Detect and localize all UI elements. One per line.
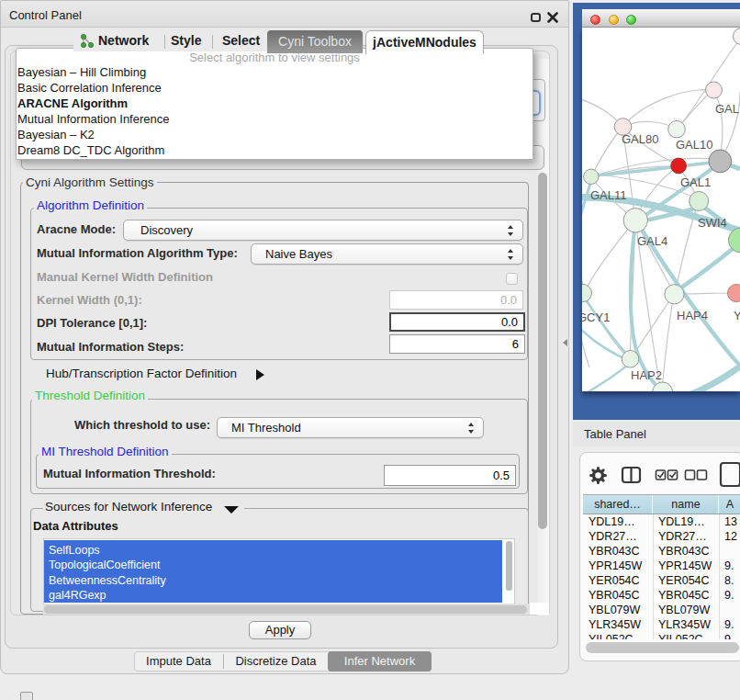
svg-text:YI: YI	[734, 309, 740, 322]
svg-text:HAP2: HAP2	[631, 368, 662, 382]
svg-text:HAP4: HAP4	[677, 309, 708, 322]
svg-text:GAL1: GAL1	[680, 175, 711, 189]
svg-text:GAL11: GAL11	[590, 188, 627, 202]
svg-text:GAL7: GAL7	[715, 102, 740, 116]
svg-text:GAL80: GAL80	[622, 132, 658, 146]
svg-text:GAL10: GAL10	[676, 138, 712, 152]
svg-text:GAL4: GAL4	[637, 234, 667, 248]
svg-text:SWI4: SWI4	[698, 216, 727, 230]
svg-text:GCY1: GCY1	[582, 310, 610, 324]
